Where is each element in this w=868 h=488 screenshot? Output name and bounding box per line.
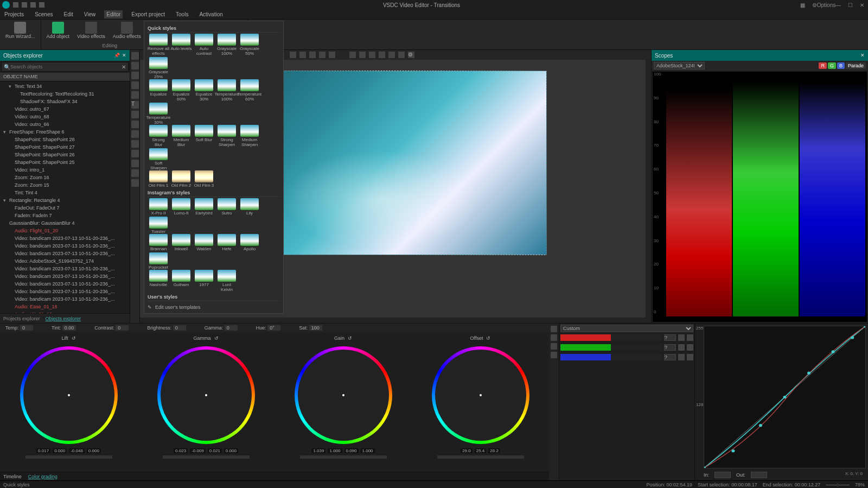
tree-item[interactable]: Video: bandicam 2023-07-13 10-51-20-236_… (0, 272, 130, 280)
wheel-slider[interactable] (25, 455, 112, 459)
style-thumb[interactable]: Equalize 60% (170, 79, 192, 102)
layout-icon[interactable]: ▦ (799, 2, 806, 8)
levels-preset-select[interactable]: Custom (560, 325, 693, 332)
tab-activation[interactable]: Activation (197, 10, 225, 18)
side-icon[interactable] (551, 326, 557, 332)
tab-view[interactable]: View (82, 10, 98, 18)
tool-icon[interactable] (131, 62, 139, 69)
style-thumb[interactable]: Lomo-fi (170, 198, 192, 216)
tree-item[interactable]: Video: bandicam 2023-07-13 10-51-20-236_… (0, 280, 130, 288)
tab-objects-explorer[interactable]: Objects explorer (46, 316, 81, 321)
toolbar-icon[interactable] (299, 52, 306, 58)
objects-tree[interactable]: ▾Text: Text 34TextRecoloring: TextRecolo… (0, 81, 130, 313)
run-wizard-button[interactable]: Run Wizard... (3, 21, 37, 40)
scope-chip-b[interactable]: B (837, 62, 845, 69)
toolbar-icon[interactable] (349, 52, 356, 58)
style-thumb[interactable]: Equalize 30% (193, 79, 215, 102)
side-icon[interactable] (551, 343, 557, 350)
side-icon[interactable] (551, 352, 557, 358)
wheel-slider[interactable] (300, 455, 387, 459)
tree-item[interactable]: Video: bandicam 2023-07-13 10-51-20-236_… (0, 265, 130, 272)
tool-icon[interactable] (131, 160, 139, 167)
qat-icon[interactable] (39, 2, 44, 8)
tree-item[interactable]: Video: bandicam 2023-07-13 10-51-20-236_… (0, 235, 130, 242)
style-thumb[interactable]: Temperature 100% (216, 79, 238, 102)
style-thumb[interactable]: Poprocket (148, 252, 169, 270)
search-input[interactable] (10, 64, 122, 69)
toolbar-icon[interactable] (369, 52, 375, 58)
style-thumb[interactable]: Grayscale 25% (148, 57, 169, 79)
eyedropper-icon[interactable] (678, 354, 685, 360)
tool-icon[interactable] (131, 111, 139, 118)
style-thumb[interactable]: Nashville (148, 270, 169, 292)
tool-icon[interactable] (131, 91, 139, 99)
cursor-tool-icon[interactable] (131, 52, 139, 60)
param-value[interactable]: 0 (225, 325, 238, 331)
tree-item[interactable]: Video: AdobeStock_519943752_174 (0, 257, 130, 265)
tree-item[interactable]: Video: bandicam 2023-07-13 10-51-20-236_… (0, 250, 130, 257)
style-thumb[interactable]: Remove all effects (148, 34, 169, 56)
tool-icon[interactable] (131, 179, 139, 187)
style-thumb[interactable]: Soft Blur (193, 125, 215, 147)
tool-icon[interactable] (131, 81, 139, 89)
scrollbar-horizontal[interactable] (140, 318, 651, 323)
style-thumb[interactable]: Strong Sharpen (216, 125, 238, 147)
style-thumb[interactable]: Auto contrast (193, 34, 215, 56)
tab-tools[interactable]: Tools (174, 10, 190, 18)
style-thumb[interactable]: X-Pro II (148, 198, 169, 216)
style-thumb[interactable]: Old Film 2 (170, 170, 192, 188)
tool-icon[interactable] (131, 130, 139, 138)
tree-item[interactable]: Video: bandicam 2023-07-13 10-51-20-236_… (0, 288, 130, 295)
toolbar-icon[interactable] (329, 52, 335, 58)
toolbar-icon[interactable] (388, 52, 395, 58)
level-value-input[interactable] (664, 344, 676, 351)
tab-scenes[interactable]: Scenes (33, 10, 55, 18)
style-thumb[interactable]: 1977 (193, 270, 215, 292)
clear-icon[interactable]: ✕ (122, 64, 126, 70)
video-effects-button[interactable]: Video effects (75, 21, 107, 40)
audio-effects-button[interactable]: Audio effects (111, 21, 143, 40)
maximize-icon[interactable]: ☐ (846, 2, 854, 8)
curves-out-input[interactable] (751, 472, 767, 478)
edit-templates-button[interactable]: ✎ Edit user's templates (148, 305, 280, 310)
zoom-slider[interactable]: ───○─── (826, 482, 850, 487)
style-thumb[interactable]: Soft Sharpen (148, 148, 169, 170)
style-thumb[interactable]: Old Film 3 (193, 170, 215, 188)
qat-icon[interactable] (22, 2, 27, 8)
style-thumb[interactable]: Temperature 30% (148, 103, 169, 125)
reset-icon[interactable]: ↺ (72, 335, 76, 341)
tab-edit[interactable]: Edit (61, 10, 75, 18)
tree-item[interactable]: ShadowFX: ShadowFX 34 (0, 98, 130, 105)
wheel-gain[interactable] (295, 346, 392, 444)
reset-icon[interactable] (687, 354, 693, 360)
add-object-button[interactable]: Add object (44, 21, 72, 40)
reset-icon[interactable]: ↺ (486, 335, 490, 341)
tab-editor[interactable]: Editor (104, 10, 123, 18)
toolbar-icon[interactable] (290, 52, 296, 58)
toolbar-icon[interactable] (319, 52, 326, 58)
tool-icon[interactable] (131, 150, 139, 157)
qat-icon[interactable] (30, 2, 36, 8)
tree-item[interactable]: ShapePoint: ShapePoint 28 (0, 136, 130, 143)
wheel-gamma[interactable] (157, 346, 255, 444)
curves-plot[interactable] (704, 326, 866, 468)
tool-icon[interactable] (131, 140, 139, 148)
reset-icon[interactable]: ↺ (348, 335, 352, 341)
tree-item[interactable]: ▾Text: Text 34 (0, 83, 130, 90)
tree-item[interactable]: Tint: Tint 4 (0, 189, 130, 197)
toolbar-icon[interactable] (309, 52, 316, 58)
tree-item[interactable]: Video: outro_67 (0, 105, 130, 113)
tree-item[interactable]: Zoom: Zoom 15 (0, 181, 130, 189)
style-thumb[interactable]: Walden (193, 234, 215, 251)
style-thumb[interactable]: Medium Blur (170, 125, 192, 147)
tab-projects-explorer[interactable]: Projects explorer (3, 316, 40, 321)
param-value[interactable]: 0° (267, 325, 280, 331)
wheel-lift[interactable] (20, 346, 118, 444)
tree-item[interactable]: Video: intro_1 (0, 166, 130, 174)
quick-styles-footer[interactable]: Quick styles (3, 482, 30, 487)
style-thumb[interactable]: Lord Kelvin (216, 270, 238, 292)
tree-item[interactable]: Audio: Ease_01_18 (0, 303, 130, 310)
style-thumb[interactable]: Grayscale 100% (216, 34, 238, 56)
tab-projects[interactable]: Projects (2, 10, 26, 18)
param-value[interactable]: 100 (309, 325, 322, 331)
